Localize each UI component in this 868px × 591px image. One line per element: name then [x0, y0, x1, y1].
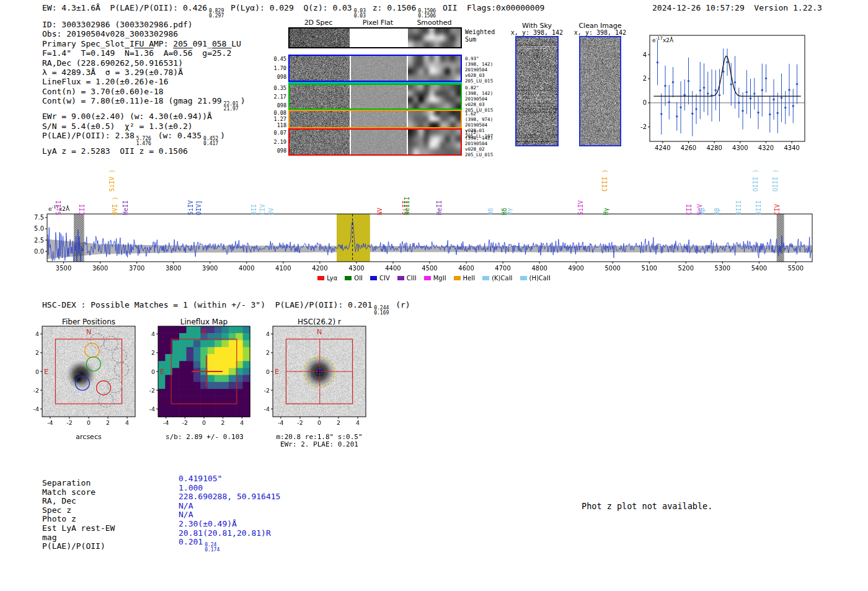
- text-segment: ): [220, 131, 225, 140]
- left-label-line: 0.35: [270, 84, 286, 92]
- legend-label: HeII: [463, 275, 476, 282]
- spectral-line-label: SiIV: [577, 200, 584, 215]
- text-segment: F=1.4" T=0.149: [42, 48, 125, 58]
- stack-bottom: 21.97: [224, 107, 239, 112]
- text-segment: 0.201: [179, 537, 203, 546]
- match-row-value: 0.419105": [179, 474, 280, 484]
- spectral-line-label: Hγ: [506, 208, 513, 215]
- info-line: F=1.4" T=0.149 N=1.36 A=0.56 g=25.2: [42, 48, 246, 58]
- legend-item: (K)CaII: [482, 275, 512, 282]
- info-line: Obs: 20190504v028_3003302986: [42, 29, 246, 38]
- right-label-line: v028_02: [465, 146, 510, 152]
- legend-item: CIII: [397, 275, 417, 282]
- lineflux-caption: s/b: 2.89 +/- 0.103: [149, 433, 260, 441]
- right-label-line: 205_LU_015: [465, 78, 510, 84]
- legend-swatch: [482, 276, 489, 280]
- right-label-line: v028_03: [465, 73, 510, 78]
- text-segment: A=: [154, 48, 173, 58]
- text-segment: EWr = 9.00(±2.40) (w: 4.30(±0.94))Å: [42, 112, 212, 121]
- right-label-line: 1.62": [465, 111, 510, 117]
- text-segment: HSC-DEX : Possible Matches = 1 (within +…: [42, 300, 372, 309]
- legend-swatch: [317, 276, 324, 280]
- spectral-line-label: Hγ: [603, 208, 609, 215]
- stacked-fraction: 5.7261.476: [136, 136, 151, 146]
- spectral-line-label: SiII: [55, 200, 62, 215]
- stack-bottom: 0.1506: [418, 14, 436, 19]
- legend-swatch: [520, 276, 527, 280]
- right-label-line: 20190504: [465, 67, 510, 73]
- emission-line-fit-plot: [632, 30, 818, 154]
- right-label-line: (398, 142): [465, 91, 510, 96]
- text-segment: 2.30(±0.49)Å: [179, 519, 237, 528]
- info-line: LyA z = 2.5283 OII z = 0.1506: [42, 146, 246, 156]
- right-label-line: 20190504: [465, 96, 510, 102]
- text-segment: g=: [193, 48, 212, 58]
- spec2d-row: [288, 27, 462, 48]
- legend-swatch: [370, 276, 377, 280]
- stacked-fraction: 0.030.03: [354, 9, 366, 19]
- fiber-positions-plot: [19, 322, 143, 437]
- spectral-line-label: OII: [250, 204, 257, 215]
- spec2d-row-left-label: 0.081.27118: [270, 110, 286, 128]
- right-label-line: 1.72": [465, 130, 510, 135]
- column-header-2d-spec: 2D Spec: [288, 19, 348, 27]
- match-row-value: N/A: [179, 510, 280, 520]
- text-segment: EW: 4.3±1.6Å P(LAE)/P(OII): 0.426: [42, 3, 207, 12]
- spec2d-row-left-label: 0.352.17098: [270, 84, 286, 110]
- stacked-fraction: 22.0121.97: [224, 102, 239, 112]
- legend-label: MgII: [433, 275, 446, 282]
- text-segment: RA,Dec (228.690262,50.916531): [42, 58, 183, 68]
- match-row-value: 1.000: [179, 484, 280, 493]
- spectral-line-label: SiIV: [187, 200, 194, 215]
- text-segment: S/N = 5.4(±0.5) χ² = 1.3(±0.2): [42, 122, 193, 131]
- legend-item: CIV: [370, 275, 390, 282]
- stack-bottom: 0.174: [205, 548, 219, 553]
- legend-item: Lyα: [317, 275, 337, 282]
- legend-swatch: [424, 276, 431, 280]
- spec2d-row-canvas: [290, 111, 461, 127]
- match-row-label: Separation: [42, 479, 115, 488]
- photz-unavailable-note: Phot z plot not available.: [582, 501, 712, 511]
- right-label-line: (398, 142): [465, 135, 510, 141]
- text-segment: 20.81(20.81,20.81)R: [179, 528, 271, 538]
- text-segment: 25.2: [212, 48, 231, 58]
- spec2d-row-right-label: WeightedSum: [465, 29, 510, 43]
- right-label-line: 20190504: [465, 141, 510, 146]
- info-line: Cont(n) = 3.70(±0.60)e-18: [42, 87, 246, 96]
- legend-label: CIII: [407, 275, 417, 282]
- left-label-line: 098: [270, 146, 286, 156]
- spectral-line-label: OIV]: [195, 200, 202, 215]
- legend-swatch: [397, 276, 404, 280]
- info-line: ID: 3003302986 (3003302986.pdf): [42, 20, 246, 29]
- right-label-line: Sum: [465, 36, 510, 43]
- right-label-line: 0.93": [465, 56, 510, 61]
- text-segment: (w: 0.435: [153, 131, 202, 140]
- left-label-line: 1.70: [270, 64, 286, 73]
- stack-bottom: 1.476: [136, 141, 151, 146]
- match-row-label: Est LyA rest-EW: [42, 524, 115, 533]
- legend-swatch: [345, 276, 352, 280]
- left-label-line: 098: [270, 73, 286, 82]
- column-header-smoothed: Smoothed: [405, 19, 463, 27]
- info-line: Cont(w) = 7.80(±0.11)e-18 (gmag 21.9922.…: [42, 96, 246, 112]
- clean-image-coords: x, y: 398, 142: [563, 29, 637, 36]
- match-row-value: 20.81(20.81,20.81)R: [179, 529, 280, 538]
- text-segment: N/A: [179, 501, 193, 510]
- spectral-line-label: SiIV ): [108, 169, 115, 192]
- text-segment: Obs: 20190504v028_3003302986: [42, 29, 178, 38]
- header-summary-line: EW: 4.3±1.6Å P(LAE)/P(OII): 0.4260.8290.…: [42, 3, 544, 19]
- match-row-label: Spec z: [42, 506, 115, 515]
- spectral-line-label: NeIII: [404, 197, 410, 215]
- elixer-report: EW: 4.3±1.6Å P(LAE)/P(OII): 0.4260.8290.…: [0, 0, 868, 591]
- match-row-label: P(LAE)/P(OII): [42, 542, 115, 551]
- fiber-positions-xlabel: arcsecs: [42, 433, 135, 441]
- left-label-line: 098: [270, 101, 286, 110]
- text-segment: P(LAE)/P(OII): 2.38: [42, 131, 135, 140]
- spectral-line-label: Hβ: [699, 208, 706, 215]
- spectral-line-label: CII: [79, 204, 86, 215]
- info-line: λ = 4289.3Å σ = 3.29(±0.78)Å: [42, 68, 246, 77]
- spec2d-row: [288, 84, 462, 110]
- match-row-label: mag: [42, 533, 115, 543]
- spectral-line-label: CIV: [774, 204, 781, 215]
- spectral-line-label: OIII: [735, 200, 742, 215]
